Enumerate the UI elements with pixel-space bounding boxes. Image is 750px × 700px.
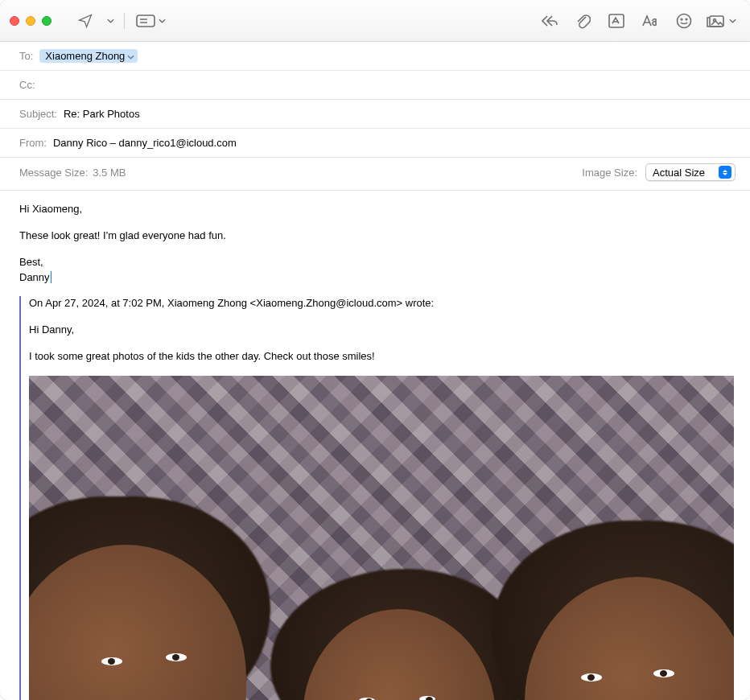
reply-all-button[interactable]	[533, 10, 565, 32]
photo-browser-icon	[707, 14, 726, 28]
header-fields-button[interactable]	[131, 10, 170, 32]
send-button[interactable]	[69, 10, 101, 32]
cc-label: Cc:	[19, 79, 35, 91]
svg-point-6	[678, 14, 691, 27]
paperclip-icon	[575, 12, 591, 30]
close-window-button[interactable]	[10, 16, 19, 26]
compose-window: To: Xiaomeng Zhong Cc: Subject: Re: Park…	[0, 0, 750, 700]
photo-browser-button[interactable]	[702, 10, 740, 32]
body-greeting: Hi Xiaomeng,	[19, 202, 734, 217]
send-icon	[76, 13, 94, 29]
markup-button[interactable]	[600, 10, 633, 32]
message-body[interactable]: Hi Xiaomeng, These look great! I'm glad …	[0, 191, 750, 700]
image-size-value: Actual Size	[653, 167, 714, 179]
format-button[interactable]	[634, 10, 666, 32]
svg-rect-0	[137, 15, 155, 27]
quoted-message: On Apr 27, 2024, at 7:02 PM, Xiaomeng Zh…	[19, 296, 734, 700]
window-controls	[10, 16, 52, 26]
quote-attribution: On Apr 27, 2024, at 7:02 PM, Xiaomeng Zh…	[29, 296, 734, 311]
titlebar	[0, 0, 750, 42]
quote-greeting: Hi Danny,	[29, 323, 734, 338]
from-value: Danny Rico – danny_rico1@icloud.com	[53, 137, 734, 149]
subject-field[interactable]: Re: Park Photos	[64, 108, 734, 120]
format-text-icon	[641, 14, 660, 28]
chevron-down-icon	[729, 19, 736, 23]
toolbar-divider	[124, 13, 125, 29]
message-headers: To: Xiaomeng Zhong Cc: Subject: Re: Park…	[0, 42, 750, 191]
header-options-icon	[136, 14, 155, 27]
text-cursor	[51, 271, 52, 283]
recipient-name: Xiaomeng Zhong	[45, 50, 125, 62]
select-stepper-icon	[719, 166, 731, 179]
message-size-label: Message Size:	[19, 167, 88, 179]
svg-rect-3	[609, 14, 624, 27]
cc-row[interactable]: Cc:	[0, 71, 750, 100]
to-row[interactable]: To: Xiaomeng Zhong	[0, 42, 750, 71]
subject-row[interactable]: Subject: Re: Park Photos	[0, 100, 750, 129]
svg-point-7	[681, 19, 682, 20]
send-menu-button[interactable]	[103, 10, 117, 32]
attach-button[interactable]	[567, 10, 599, 32]
image-size-select[interactable]: Actual Size	[645, 163, 736, 181]
body-line: These look great! I'm glad everyone had …	[19, 229, 734, 244]
recipient-token[interactable]: Xiaomeng Zhong	[39, 49, 138, 63]
meta-row: Message Size: 3.5 MB Image Size: Actual …	[0, 158, 750, 191]
chevron-down-icon	[127, 50, 134, 62]
quote-line: I took some great photos of the kids the…	[29, 349, 734, 364]
reply-all-icon	[539, 14, 558, 28]
emoji-button[interactable]	[668, 10, 700, 32]
body-signature: Danny	[19, 270, 734, 286]
from-row[interactable]: From: Danny Rico – danny_rico1@icloud.co…	[0, 129, 750, 158]
toolbar	[69, 10, 740, 32]
subject-label: Subject:	[19, 108, 57, 120]
chevron-down-icon	[107, 19, 114, 23]
markup-icon	[608, 13, 625, 29]
body-signoff: Best,	[19, 255, 734, 270]
svg-point-8	[686, 19, 687, 20]
from-label: From:	[19, 137, 47, 149]
image-size-label: Image Size:	[582, 167, 637, 179]
emoji-icon	[676, 13, 692, 29]
zoom-window-button[interactable]	[42, 16, 52, 26]
message-size-value: 3.5 MB	[93, 167, 126, 179]
minimize-window-button[interactable]	[26, 16, 35, 26]
to-label: To:	[19, 50, 33, 62]
attached-photo[interactable]	[29, 376, 734, 700]
chevron-down-icon	[159, 19, 166, 23]
